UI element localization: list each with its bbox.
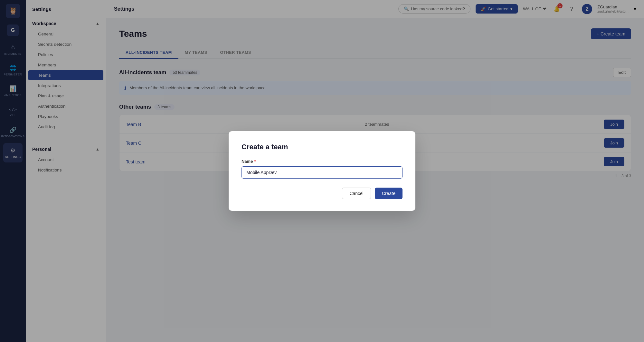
modal-actions: Cancel Create bbox=[242, 188, 402, 199]
create-button[interactable]: Create bbox=[375, 188, 402, 199]
cancel-button[interactable]: Cancel bbox=[342, 188, 371, 199]
create-team-modal: Create a team Name * Cancel Create bbox=[229, 131, 415, 211]
team-name-input[interactable] bbox=[242, 166, 402, 179]
modal-title: Create a team bbox=[242, 143, 402, 151]
required-indicator: * bbox=[254, 159, 256, 164]
modal-overlay[interactable]: Create a team Name * Cancel Create bbox=[0, 0, 644, 342]
modal-name-label: Name * bbox=[242, 159, 402, 164]
